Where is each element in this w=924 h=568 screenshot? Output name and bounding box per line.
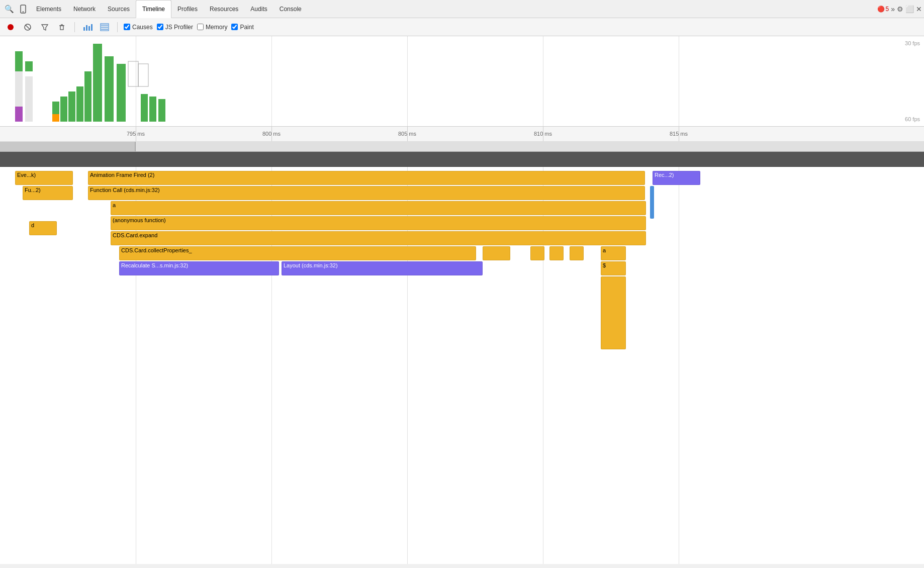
bar-chart-icon[interactable] <box>81 21 94 34</box>
svg-rect-31 <box>158 99 165 122</box>
svg-rect-29 <box>141 94 148 122</box>
flame-label-anon-func: (anonymous function) <box>113 217 166 223</box>
flame-block-layout[interactable]: Layout (cds.min.js:32) <box>282 261 483 275</box>
svg-rect-34 <box>128 61 138 86</box>
js-profiler-checkbox[interactable] <box>157 24 163 30</box>
causes-checkbox[interactable] <box>124 24 130 30</box>
flame-label-cds-expand: CDS.Card.expand <box>113 232 157 238</box>
flame-label-dollar: $ <box>603 262 606 268</box>
paint-checkbox-label[interactable]: Paint <box>231 24 253 31</box>
red-triangle-indicator <box>468 262 482 275</box>
flame-block-eve-k[interactable]: Eve...k) <box>15 171 73 185</box>
svg-rect-21 <box>93 44 102 122</box>
scrubber-handle[interactable] <box>0 142 136 151</box>
flame-block-a[interactable]: a <box>111 201 646 215</box>
flame-block-chunk3[interactable] <box>549 246 564 260</box>
svg-rect-6 <box>60 26 63 30</box>
tick-795ms: 795 ms <box>127 131 145 137</box>
tab-timeline[interactable]: Timeline <box>136 0 171 18</box>
paint-label: Paint <box>240 24 253 31</box>
separator-1 <box>74 22 75 32</box>
flame-label-animation-frame: Animation Frame Fired (2) <box>90 172 154 178</box>
flame-label-recalculate: Recalculate S...s.min.js:32) <box>121 262 188 268</box>
flame-block-fu-2[interactable]: Fu...2) <box>23 186 73 200</box>
tab-profiles[interactable]: Profiles <box>171 0 204 18</box>
close-icon[interactable]: ✕ <box>916 5 922 13</box>
flame-label-eve-k: Eve...k) <box>17 172 36 178</box>
tab-console[interactable]: Console <box>273 0 308 18</box>
time-ruler: 795 ms 800 ms 805 ms 810 ms 815 ms <box>0 127 924 142</box>
tick-810ms: 810 ms <box>534 131 552 137</box>
scrubber-area[interactable] <box>0 142 924 152</box>
memory-label: Memory <box>206 24 227 31</box>
flame-chart[interactable]: Eve...k) Fu...2) d Animation Frame Fired… <box>0 167 924 564</box>
record-button[interactable] <box>4 21 17 34</box>
tab-resources[interactable]: Resources <box>204 0 244 18</box>
error-count: 5 <box>886 6 889 13</box>
svg-rect-30 <box>149 97 156 122</box>
paint-checkbox[interactable] <box>231 24 238 30</box>
js-profiler-label: JS Profiler <box>165 24 193 31</box>
tab-sources[interactable]: Sources <box>102 0 136 18</box>
window-icon[interactable]: ⬜ <box>905 5 914 13</box>
svg-rect-19 <box>15 51 23 71</box>
flame-label-d: d <box>31 222 34 228</box>
svg-rect-23 <box>117 64 126 122</box>
flame-block-anon-func[interactable]: (anonymous function) <box>111 216 646 230</box>
flame-label-fu-2: Fu...2) <box>25 187 41 193</box>
tab-network[interactable]: Network <box>67 0 102 18</box>
svg-marker-5 <box>42 25 48 30</box>
tick-805ms: 805 ms <box>398 131 416 137</box>
flame-block-chunk1[interactable] <box>483 246 510 260</box>
flame-block-chunk4[interactable] <box>570 246 584 260</box>
flame-block-blue-bar[interactable] <box>650 186 654 219</box>
list-view-icon[interactable] <box>98 21 111 34</box>
svg-rect-35 <box>138 64 148 86</box>
fps-60-label: 60 fps <box>905 116 920 122</box>
fps-labels: 30 fps 60 fps <box>905 36 920 126</box>
flame-label-rec-2: Rec...2) <box>655 172 674 178</box>
causes-checkbox-label[interactable]: Causes <box>124 24 153 31</box>
flame-block-cds-expand[interactable]: CDS.Card.expand <box>111 231 646 245</box>
svg-rect-11 <box>88 26 90 31</box>
flame-block-dollar[interactable]: $ <box>601 261 626 275</box>
js-profiler-checkbox-label[interactable]: JS Profiler <box>157 24 193 31</box>
trash-button[interactable] <box>55 21 68 34</box>
flame-label-function-call: Function Call (cds.min.js:32) <box>90 187 160 193</box>
dark-header-bar <box>0 152 924 167</box>
flame-block-chunk2[interactable] <box>530 246 544 260</box>
console-arrows-icon[interactable]: » <box>891 5 895 13</box>
svg-rect-20 <box>25 61 33 71</box>
settings-icon[interactable]: ⚙ <box>897 5 903 13</box>
flame-block-function-call[interactable]: Function Call (cds.min.js:32) <box>88 186 645 200</box>
svg-rect-9 <box>83 27 85 31</box>
flame-label-cds-collect: CDS.Card.collectProperties_ <box>121 247 192 253</box>
flame-label-a: a <box>113 202 116 208</box>
error-dot-icon: 🔴 <box>877 6 885 13</box>
timeline-area[interactable]: 30 fps 60 fps <box>0 36 924 127</box>
svg-rect-33 <box>52 114 59 122</box>
separator-2 <box>117 22 118 32</box>
memory-checkbox[interactable] <box>197 24 204 30</box>
tick-815ms: 815 ms <box>670 131 688 137</box>
filter-button[interactable] <box>38 21 51 34</box>
svg-rect-22 <box>105 56 114 122</box>
tab-elements[interactable]: Elements <box>30 0 67 18</box>
flame-block-tall-right[interactable] <box>601 276 626 349</box>
flame-block-animation-frame[interactable]: Animation Frame Fired (2) <box>88 171 645 185</box>
memory-checkbox-label[interactable]: Memory <box>197 24 227 31</box>
controls-bar: Causes JS Profiler Memory Paint <box>0 18 924 36</box>
search-icon[interactable]: 🔍 <box>2 2 16 16</box>
fps-chart <box>0 36 905 122</box>
flame-label-a-right: a <box>603 247 606 253</box>
flame-block-rec-2[interactable]: Rec...2) <box>653 171 700 185</box>
svg-rect-26 <box>68 91 75 122</box>
clear-button[interactable] <box>21 21 34 34</box>
tab-audits[interactable]: Audits <box>244 0 273 18</box>
flame-block-d[interactable]: d <box>29 221 57 235</box>
flame-block-cds-collect[interactable]: CDS.Card.collectProperties_ <box>119 246 476 260</box>
tick-800ms: 800 ms <box>262 131 281 137</box>
flame-block-a-right[interactable]: a <box>601 246 626 260</box>
device-icon[interactable] <box>16 2 30 16</box>
flame-block-recalculate[interactable]: Recalculate S...s.min.js:32) <box>119 261 279 275</box>
